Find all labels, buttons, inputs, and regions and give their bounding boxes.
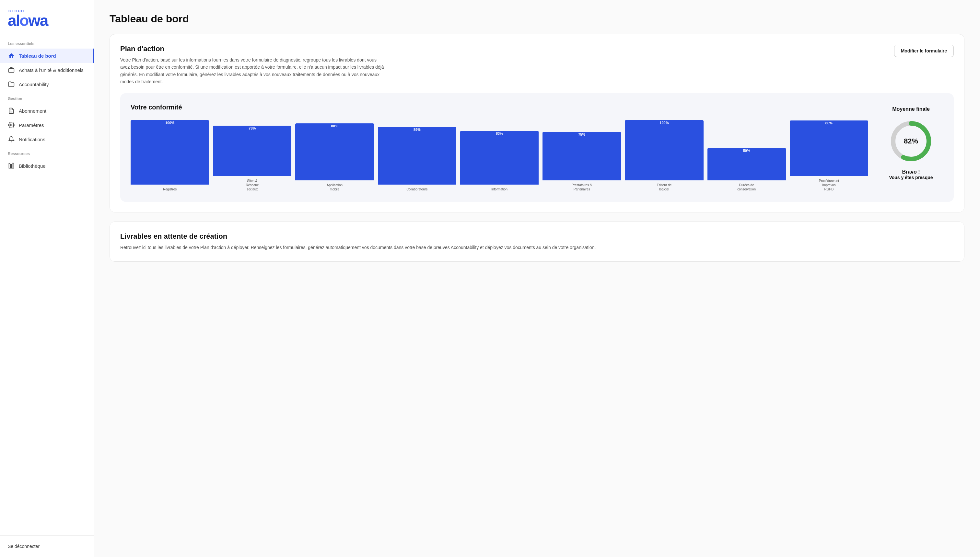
bar-value-label: 86% — [825, 121, 833, 125]
bar-label: Editeur de logiciel — [657, 183, 672, 191]
logo-brand: alowa — [8, 13, 47, 28]
bar-value-label: 100% — [660, 120, 668, 125]
bar-fill: 88% — [295, 124, 374, 181]
sidebar-item-parametres[interactable]: Paramètres — [0, 118, 94, 132]
svg-rect-0 — [9, 68, 14, 73]
logout-button[interactable]: Se déconnecter — [8, 544, 39, 549]
receipt-icon — [8, 107, 15, 114]
bar-value-label: 89% — [413, 127, 421, 132]
bar-fill: 86% — [790, 121, 868, 176]
livrables-title: Livrables en attente de création — [120, 232, 954, 241]
bar-fill: 100% — [131, 120, 209, 185]
bar-fill: 50% — [707, 148, 786, 181]
bar-group: 89%Collaborateurs — [378, 120, 456, 191]
chart-area: Votre conformité 100%Registres78%Sites &… — [131, 104, 868, 191]
bar-label: Sites & Réseaux sociaux — [246, 179, 259, 191]
sidebar-item-label: Bibliothèque — [19, 163, 46, 169]
bar-fill: 83% — [460, 131, 539, 185]
donut-caption-main: Bravo ! — [889, 169, 933, 175]
plan-action-card: Plan d'action Votre Plan d'action, basé … — [109, 34, 964, 212]
home-icon — [8, 52, 15, 59]
sidebar-item-bibliotheque[interactable]: Bibliothèque — [0, 159, 94, 173]
plan-action-text: Plan d'action Votre Plan d'action, basé … — [120, 45, 386, 85]
bar-value-label: 50% — [743, 148, 750, 153]
sidebar-item-achats[interactable]: Achats à l'unité & additionnels — [0, 63, 94, 77]
bars-container: 100%Registres78%Sites & Réseaux sociaux8… — [131, 120, 868, 191]
conformite-section: Votre conformité 100%Registres78%Sites &… — [120, 93, 954, 202]
modifier-formulaire-button[interactable]: Modifier le formulaire — [894, 45, 954, 57]
donut-value: 82% — [904, 137, 918, 145]
bar-fill: 89% — [378, 127, 456, 185]
bar-fill: 78% — [213, 125, 291, 176]
sidebar-item-label: Notifications — [19, 137, 46, 142]
sidebar-item-label: Abonnement — [19, 108, 46, 114]
bar-fill: 75% — [542, 132, 621, 181]
plan-action-description: Votre Plan d'action, basé sur les inform… — [120, 56, 386, 85]
bar-value-label: 78% — [248, 125, 256, 131]
bar-group: 86%Procédures et Imprévus RGPD — [790, 120, 868, 191]
donut-caption: Bravo ! Vous y êtes presque — [889, 169, 933, 180]
logo: CLOUD alowa — [8, 9, 86, 28]
bar-group: 50%Durées de conservation — [707, 120, 786, 191]
donut-chart: 82% — [888, 119, 934, 164]
sidebar-item-tableau-de-bord[interactable]: Tableau de bord — [0, 49, 94, 63]
sidebar-item-label: Paramètres — [19, 122, 44, 128]
cart-icon — [8, 67, 15, 73]
bar-label: Registres — [163, 187, 176, 191]
livrables-card: Livrables en attente de création Retrouv… — [109, 221, 964, 262]
bar-label: Collaborateurs — [407, 187, 428, 191]
bar-label: Information — [491, 187, 508, 191]
section-label-gestion: Gestion — [0, 91, 94, 104]
bar-label: Application mobile — [327, 183, 343, 191]
folder-icon — [8, 81, 15, 88]
bar-value-label: 100% — [165, 120, 174, 125]
sidebar-item-label: Accountability — [19, 81, 49, 87]
library-icon — [8, 162, 15, 169]
donut-title: Moyenne finale — [892, 106, 930, 112]
svg-rect-4 — [9, 163, 10, 168]
bar-value-label: 83% — [496, 131, 503, 136]
bar-group: 83%Information — [460, 120, 539, 191]
bar-label: Prestataires & Partenaires — [572, 183, 592, 191]
section-label-ressources: Ressources — [0, 147, 94, 159]
donut-caption-sub: Vous y êtes presque — [889, 175, 933, 180]
bar-group: 88%Application mobile — [295, 120, 374, 191]
bar-label: Procédures et Imprévus RGPD — [819, 179, 839, 191]
sidebar-item-accountability[interactable]: Accountability — [0, 77, 94, 91]
sidebar-item-label: Tableau de bord — [19, 53, 56, 59]
svg-rect-5 — [11, 164, 11, 168]
logo-area: CLOUD alowa — [0, 0, 94, 36]
bar-value-label: 75% — [578, 132, 585, 137]
main-content: Tableau de bord Plan d'action Votre Plan… — [94, 0, 980, 557]
bar-group: 100%Registres — [131, 120, 209, 191]
bell-icon — [8, 136, 15, 143]
bar-value-label: 88% — [331, 124, 338, 129]
sidebar: CLOUD alowa Les essentiels Tableau de bo… — [0, 0, 94, 557]
page-title: Tableau de bord — [109, 13, 964, 25]
plan-action-header: Plan d'action Votre Plan d'action, basé … — [120, 45, 954, 85]
conformite-title: Votre conformité — [131, 104, 868, 111]
sidebar-item-notifications[interactable]: Notifications — [0, 132, 94, 147]
bar-group: 78%Sites & Réseaux sociaux — [213, 120, 291, 191]
bar-label: Durées de conservation — [737, 183, 756, 191]
bar-group: 75%Prestataires & Partenaires — [542, 120, 621, 191]
bar-fill: 100% — [625, 120, 703, 181]
livrables-description: Retrouvez ici tous les livrables de votr… — [120, 244, 954, 251]
plan-action-title: Plan d'action — [120, 45, 386, 53]
gear-icon — [8, 121, 15, 129]
donut-area: Moyenne finale 82% Bravo ! Vous y êtes p… — [879, 104, 943, 191]
sidebar-footer: Se déconnecter — [0, 535, 94, 557]
sidebar-item-label: Achats à l'unité & additionnels — [19, 67, 83, 73]
svg-rect-6 — [12, 163, 14, 168]
sidebar-item-abonnement[interactable]: Abonnement — [0, 104, 94, 118]
bar-group: 100%Editeur de logiciel — [625, 120, 703, 191]
section-label-essentiels: Les essentiels — [0, 36, 94, 49]
svg-point-3 — [11, 124, 12, 126]
